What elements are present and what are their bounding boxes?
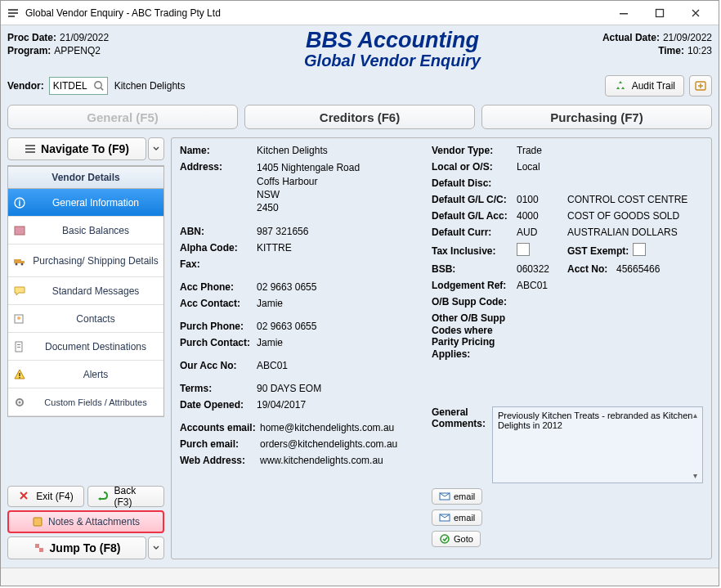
- sidebar-item-general-information[interactable]: i General Information: [8, 189, 163, 217]
- svg-text:i: i: [19, 199, 21, 208]
- web-label: Web Address:: [180, 455, 260, 466]
- tax-inclusive-checkbox[interactable]: [517, 243, 530, 256]
- sidebar-item-contacts[interactable]: Contacts: [8, 305, 163, 333]
- svg-rect-19: [19, 373, 20, 376]
- tab-general[interactable]: General (F5): [7, 105, 238, 129]
- svg-rect-5: [25, 148, 35, 150]
- alpha-label: Alpha Code:: [180, 242, 257, 254]
- tab-creditors[interactable]: Creditors (F6): [244, 105, 475, 129]
- other-ob-label: Other O/B Supp Codes where Parity Pricin…: [432, 312, 517, 360]
- sidebar-item-document-destinations[interactable]: Document Destinations: [8, 333, 163, 361]
- vendor-type-value: Trade: [517, 145, 703, 156]
- jump-dropdown[interactable]: [148, 536, 164, 559]
- gl-acc-desc: COST OF GOODS SOLD: [567, 210, 703, 222]
- minimize-button[interactable]: [606, 2, 642, 25]
- alpha-value: KITTRE: [257, 242, 425, 254]
- abn-value: 987 321656: [257, 226, 425, 237]
- detail-panel: Name:Kitchen Delights Address: 1405 Nigh…: [171, 137, 712, 559]
- svg-point-12: [16, 263, 18, 265]
- notes-attachments-button[interactable]: Notes & Attachments: [7, 510, 164, 533]
- goto-web-button[interactable]: Goto: [432, 531, 481, 547]
- scroll-down-icon[interactable]: ▾: [689, 469, 701, 481]
- sidebar-item-alerts[interactable]: Alerts: [8, 361, 163, 388]
- purch-phone-label: Purch Phone:: [180, 321, 257, 332]
- purch-email-label: Purch email:: [180, 438, 260, 450]
- exit-button[interactable]: Exit (F4): [7, 486, 84, 507]
- time-label: Time:: [658, 45, 684, 56]
- jump-to-button[interactable]: Jump To (F8): [7, 536, 146, 559]
- gl-cc-value: 0100: [517, 194, 567, 205]
- svg-point-13: [21, 263, 24, 265]
- jump-icon: [34, 542, 45, 554]
- local-value: Local: [517, 161, 703, 173]
- close-icon: [18, 490, 31, 503]
- notes-icon: [32, 516, 43, 527]
- our-acc-label: Our Acc No:: [180, 360, 257, 371]
- recycle-icon: [614, 79, 627, 92]
- email-purch-button[interactable]: email: [432, 509, 482, 526]
- sidebar-nav: Vendor Details i General Information Bas…: [7, 165, 164, 417]
- back-button[interactable]: Back (F3): [87, 486, 164, 507]
- proc-date-label: Proc Date:: [7, 32, 56, 43]
- date-opened-value: 19/04/2017: [257, 399, 425, 411]
- our-acc-value: ABC01: [257, 360, 425, 371]
- sidebar-item-purchasing-shipping[interactable]: Purchasing/ Shipping Details: [8, 245, 163, 277]
- vendor-name: Kitchen Delights: [114, 80, 186, 92]
- svg-rect-0: [620, 13, 628, 15]
- svg-rect-18: [17, 347, 20, 348]
- mail-icon: [439, 512, 450, 523]
- lodge-label: Lodgement Ref:: [432, 280, 517, 291]
- sidebar-item-standard-messages[interactable]: Standard Messages: [8, 277, 163, 305]
- navigate-dropdown[interactable]: [148, 137, 164, 160]
- tab-purchasing[interactable]: Purchasing (F7): [481, 105, 712, 129]
- svg-point-22: [19, 401, 21, 403]
- purch-phone-value: 02 9663 0655: [257, 321, 425, 332]
- gst-exempt-checkbox[interactable]: [633, 243, 646, 256]
- close-button[interactable]: [678, 2, 714, 25]
- brand-title: BBS Accounting: [253, 29, 532, 52]
- gear-icon: [11, 394, 28, 411]
- sidebar-item-custom-fields[interactable]: Custom Fields / Attributes: [8, 388, 163, 416]
- address-value: 1405 Nightengale Road Coffs Harbour NSW …: [257, 161, 425, 214]
- actual-date-value: 21/09/2022: [663, 32, 712, 43]
- svg-rect-25: [39, 548, 43, 552]
- maximize-button[interactable]: [642, 2, 678, 25]
- bsb-value: 060322: [517, 263, 567, 275]
- vendor-label: Vendor:: [7, 80, 44, 92]
- gl-cc-desc: CONTROL COST CENTRE: [567, 194, 703, 205]
- abn-label: ABN:: [180, 226, 257, 237]
- acc-contact-label: Acc Contact:: [180, 298, 257, 309]
- audit-trail-button[interactable]: Audit Trail: [605, 75, 684, 97]
- chevron-down-icon: [153, 545, 159, 551]
- app-icon: [6, 6, 20, 20]
- acct-email-value: home@kitchendelights.com.au: [260, 422, 425, 433]
- titlebar: Global Vendor Enquiry - ABC Trading Pty …: [1, 1, 719, 25]
- svg-point-28: [441, 535, 449, 543]
- comments-box[interactable]: Previously Kitchen Treats - rebranded as…: [492, 406, 703, 483]
- goto-icon: [439, 533, 450, 545]
- email-accounts-button[interactable]: email: [432, 488, 482, 505]
- mail-icon: [439, 491, 450, 502]
- fax-value: [257, 258, 425, 270]
- svg-rect-10: [14, 259, 21, 263]
- back-icon: [96, 490, 110, 503]
- navigate-to-button[interactable]: Navigate To (F9): [7, 137, 146, 160]
- search-icon[interactable]: [92, 79, 105, 92]
- scroll-up-icon[interactable]: ▴: [689, 409, 701, 420]
- name-label: Name:: [180, 145, 257, 156]
- svg-point-2: [94, 82, 101, 88]
- terms-value: 90 DAYS EOM: [257, 383, 425, 394]
- vendor-lookup[interactable]: [49, 77, 108, 95]
- export-button[interactable]: [689, 75, 712, 97]
- svg-rect-17: [17, 344, 20, 345]
- curr-desc: AUSTRALIAN DOLLARS: [567, 227, 703, 238]
- comments-label: General Comments:: [432, 406, 489, 430]
- sidebar-item-basic-balances[interactable]: Basic Balances: [8, 217, 163, 245]
- svg-rect-11: [21, 261, 25, 263]
- svg-rect-6: [25, 151, 35, 153]
- fax-label: Fax:: [180, 258, 257, 270]
- curr-value: AUD: [517, 227, 567, 238]
- gl-acc-value: 4000: [517, 210, 567, 222]
- svg-rect-20: [19, 377, 20, 378]
- svg-rect-1: [656, 9, 664, 16]
